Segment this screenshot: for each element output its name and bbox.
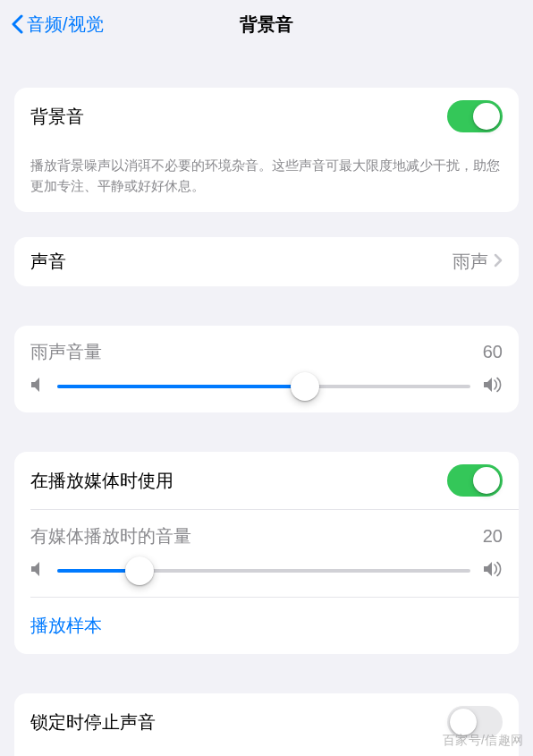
toggle-knob (450, 709, 477, 735)
label-background-sound: 背景音 (30, 105, 84, 129)
slider-track-rain[interactable] (57, 385, 470, 388)
navbar: 音频/视觉 背景音 (0, 0, 533, 48)
value-rain-volume: 60 (483, 342, 503, 362)
row-sound[interactable]: 声音 雨声 (14, 237, 519, 286)
footer-lock-stop: 启用时，背景音在 iPad 锁定时将会停止。 (14, 751, 519, 756)
volume-high-icon (483, 561, 503, 581)
toggle-background-sound[interactable] (447, 100, 503, 132)
slider-thumb[interactable] (291, 372, 319, 401)
label-media-toggle: 在播放媒体时使用 (30, 469, 173, 493)
back-button[interactable]: 音频/视觉 (11, 13, 104, 37)
label-media-volume: 有媒体播放时的音量 (30, 524, 191, 548)
volume-high-icon (483, 377, 503, 396)
group-rain-volume: 雨声音量 60 (14, 326, 519, 412)
label-rain-volume: 雨声音量 (30, 340, 102, 364)
group-sound: 声音 雨声 (14, 237, 519, 286)
toggle-knob (473, 103, 500, 130)
footer-background-sound: 播放背景噪声以消弭不必要的环境杂音。这些声音可最大限度地减少干扰，助您更加专注、… (14, 145, 519, 212)
value-media-volume: 20 (483, 526, 503, 547)
back-label: 音频/视觉 (27, 13, 104, 37)
label-lock-toggle: 锁定时停止声音 (30, 710, 156, 735)
label-sound: 声音 (30, 250, 66, 274)
slider-rain-volume: 雨声音量 60 (14, 326, 519, 412)
play-sample-button[interactable]: 播放样本 (14, 598, 519, 654)
toggle-media-use[interactable] (447, 464, 503, 497)
volume-low-icon (30, 377, 45, 396)
group-media-use: 在播放媒体时使用 有媒体播放时的音量 20 (14, 452, 519, 654)
toggle-knob (473, 467, 500, 494)
slider-track-media[interactable] (57, 569, 470, 573)
value-sound: 雨声 (453, 250, 488, 274)
group-background-sound: 背景音 播放背景噪声以消弭不必要的环境杂音。这些声音可最大限度地减少干扰，助您更… (14, 88, 519, 212)
slider-media-volume: 有媒体播放时的音量 20 (14, 510, 519, 597)
watermark: 百家号/信趣网 (443, 733, 524, 749)
volume-low-icon (30, 561, 45, 581)
slider-thumb[interactable] (125, 556, 154, 585)
chevron-right-icon (494, 253, 503, 271)
chevron-left-icon (11, 14, 23, 34)
row-background-sound-toggle: 背景音 (14, 88, 519, 145)
row-media-toggle: 在播放媒体时使用 (14, 452, 519, 509)
slider-fill (57, 385, 305, 388)
